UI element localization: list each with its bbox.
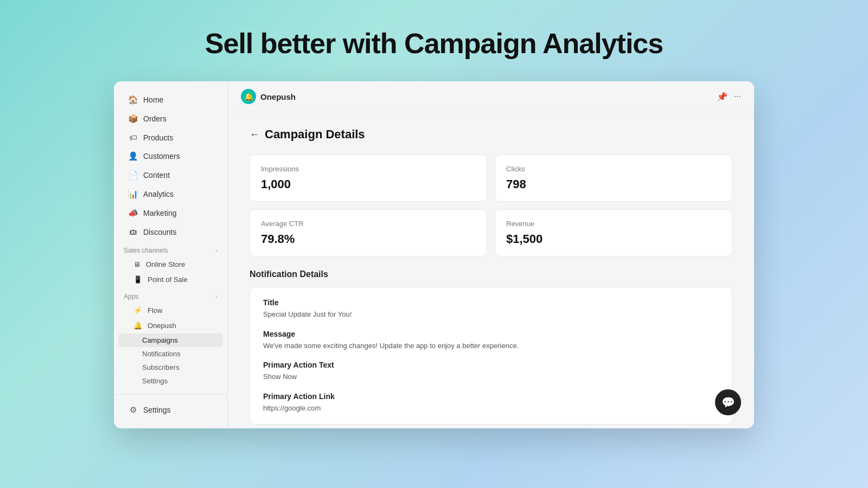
topbar-brand: 🔔 Onepush — [241, 89, 296, 104]
apps-label: Apps — [124, 293, 138, 300]
sidebar-item-settings[interactable]: ⚙ Settings — [118, 401, 223, 419]
browser-window: 🏠Home📦Orders🏷Products👤Customers📄Content📊… — [114, 81, 754, 428]
sidebar-item-settings[interactable]: Settings — [118, 374, 223, 388]
topbar: 🔔 Onepush 📌 ··· — [228, 81, 754, 112]
brand-name: Onepush — [260, 92, 296, 101]
main-content: 🔔 Onepush 📌 ··· ← Campaign Details Impre… — [228, 81, 754, 428]
headline: Sell better with Campaign Analytics — [205, 27, 663, 60]
sidebar-item-home[interactable]: 🏠Home — [118, 91, 223, 109]
sidebar-item-campaigns[interactable]: Campaigns — [118, 333, 223, 347]
home-icon: 🏠 — [128, 95, 138, 105]
sidebar-item-content[interactable]: 📄Content — [118, 166, 223, 184]
sidebar-item-flow[interactable]: ⚡Flow — [118, 303, 223, 318]
sidebar-settings-label: Settings — [143, 406, 171, 414]
sidebar-item-discounts[interactable]: 🎟Discounts — [118, 223, 223, 241]
back-button[interactable]: ← — [250, 129, 259, 140]
sales-channels-section: Sales channels › — [114, 241, 227, 256]
online-store-icon: 🖥 — [133, 260, 141, 268]
discounts-icon: 🎟 — [128, 227, 138, 236]
notification-field-message: MessageWe've made some exciting changes!… — [263, 330, 719, 351]
sidebar-item-marketing[interactable]: 📣Marketing — [118, 204, 223, 222]
notification-field-title: TitleSpecial Update Just for You! — [263, 298, 719, 320]
notification-card: TitleSpecial Update Just for You!Message… — [250, 287, 732, 425]
orders-icon: 📦 — [128, 114, 138, 124]
notification-section-title: Notification Details — [250, 269, 732, 279]
sidebar-item-notifications[interactable]: Notifications — [118, 347, 223, 361]
stat-card-average-ctr: Average CTR79.8% — [250, 209, 487, 256]
sidebar-item-online-store[interactable]: 🖥Online Store — [118, 257, 223, 272]
pin-icon[interactable]: 📌 — [717, 92, 727, 102]
point-of-sale-icon: 📱 — [133, 275, 142, 284]
customers-icon: 👤 — [128, 151, 138, 161]
stats-grid: Impressions1,000Clicks798Average CTR79.8… — [250, 155, 732, 256]
more-options-icon[interactable]: ··· — [734, 92, 741, 101]
sidebar-item-analytics[interactable]: 📊Analytics — [118, 185, 223, 203]
sidebar-item-products[interactable]: 🏷Products — [118, 129, 223, 146]
sidebar-item-orders[interactable]: 📦Orders — [118, 110, 223, 128]
sidebar: 🏠Home📦Orders🏷Products👤Customers📄Content📊… — [114, 81, 228, 428]
page-body: ← Campaign Details Impressions1,000Click… — [228, 112, 754, 428]
content-icon: 📄 — [128, 170, 138, 180]
apps-chevron: › — [215, 293, 218, 300]
stat-card-impressions: Impressions1,000 — [250, 155, 487, 202]
flow-icon: ⚡ — [133, 306, 142, 314]
topbar-actions: 📌 ··· — [717, 92, 741, 102]
marketing-icon: 📣 — [128, 208, 138, 218]
sales-channels-chevron: › — [215, 247, 218, 254]
sidebar-item-onepush[interactable]: 🔔Onepush — [118, 318, 223, 333]
chat-button[interactable]: 💬 — [715, 389, 741, 415]
sidebar-item-point-of-sale[interactable]: 📱Point of Sale — [118, 272, 223, 287]
bell-icon: 🔔 — [241, 89, 256, 104]
sidebar-item-subscribers[interactable]: Subscribers — [118, 361, 223, 374]
settings-icon: ⚙ — [128, 405, 138, 415]
stat-card-clicks: Clicks798 — [495, 155, 732, 202]
page-title-row: ← Campaign Details — [250, 127, 732, 142]
apps-section: Apps › — [114, 287, 227, 303]
sidebar-footer: ⚙ Settings — [114, 394, 227, 420]
notification-field-primary-action-link: Primary Action Linkhttps://google.com — [263, 392, 719, 414]
onepush-icon: 🔔 — [133, 322, 142, 330]
sidebar-item-customers[interactable]: 👤Customers — [118, 147, 223, 165]
page-title: Campaign Details — [265, 127, 365, 142]
notification-field-primary-action-text: Primary Action TextShow Now — [263, 361, 719, 382]
stat-card-revenue: Revenue$1,500 — [495, 209, 732, 256]
sales-channels-label: Sales channels — [124, 247, 168, 254]
products-icon: 🏷 — [128, 133, 138, 142]
analytics-icon: 📊 — [128, 189, 138, 199]
